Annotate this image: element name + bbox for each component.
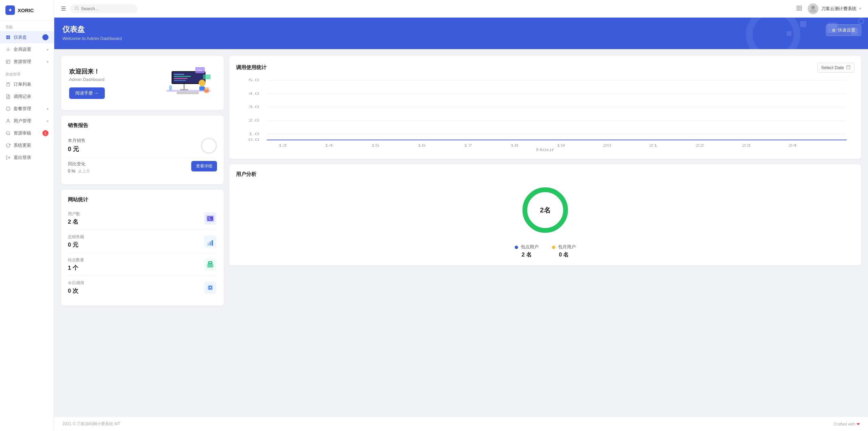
svg-text:16: 16: [417, 143, 426, 147]
legend-dot-baoyue: [552, 246, 555, 249]
sidebar-item-order-list[interactable]: 订单列表: [0, 78, 54, 90]
monthly-value: 0 元: [68, 145, 85, 153]
svg-rect-31: [174, 80, 186, 81]
gear-icon: ⚙: [832, 28, 836, 33]
svg-rect-14: [800, 6, 802, 7]
user-menu[interactable]: 刀客云测计费系统 ▾: [808, 3, 861, 14]
donut-chart: 2名: [518, 183, 572, 237]
welcome-title: 欢迎回来！: [69, 67, 161, 76]
welcome-subtitle: Admin Dashboard: [69, 77, 161, 82]
dashboard-icon: [5, 35, 11, 40]
sidebar-item-user-management[interactable]: 用户管理 ▾: [0, 115, 54, 127]
search-bar[interactable]: [70, 4, 138, 13]
read-manual-button[interactable]: 阅读手册 →: [69, 87, 105, 99]
stat-info-sites: 站点数量 1 个: [68, 257, 84, 272]
svg-rect-6: [7, 83, 9, 83]
svg-text:18: 18: [510, 143, 518, 147]
svg-rect-40: [204, 87, 209, 91]
view-detail-button[interactable]: 查看详细: [191, 161, 217, 171]
svg-point-17: [811, 6, 815, 9]
search-icon: [75, 6, 79, 12]
svg-rect-29: [174, 76, 191, 77]
sidebar-item-logout[interactable]: 退出登录: [0, 151, 54, 164]
svg-rect-28: [174, 74, 184, 75]
header-right: 刀客云测计费系统 ▾: [796, 3, 861, 14]
stat-value-calls: 0 次: [68, 287, 84, 295]
svg-text:1.0: 1.0: [249, 132, 259, 136]
left-column: 欢迎回来！ Admin Dashboard 阅读手册 →: [61, 56, 224, 306]
svg-rect-44: [208, 217, 213, 221]
main-content: ☰ 刀客云测计费系统 ▾ 仪表盘 Welcome: [54, 0, 868, 431]
sidebar-item-logout-label: 退出登录: [14, 155, 48, 161]
update-icon: [5, 143, 11, 148]
stat-row-calls: 今日调用 0 次: [68, 276, 217, 299]
sidebar-item-update-label: 系统更新: [14, 142, 48, 148]
date-select-label: Select Date: [821, 65, 844, 70]
svg-point-4: [7, 49, 9, 50]
svg-rect-61: [847, 65, 850, 69]
chevron-down-icon2: ▾: [47, 60, 48, 64]
chart-area: 0.0 1.0 2.0 3.0 4.0 5.0 13 14 15 16 17: [236, 77, 854, 152]
line-chart-svg: 0.0 1.0 2.0 3.0 4.0 5.0 13 14 15 16 17: [236, 77, 854, 151]
svg-rect-50: [212, 240, 213, 246]
svg-rect-55: [209, 262, 212, 263]
sales-ring-chart: [201, 138, 217, 154]
sidebar-item-package-label: 套餐管理: [14, 106, 44, 112]
svg-text:0.0: 0.0: [249, 138, 259, 142]
sidebar-item-resource-management[interactable]: 资源管理 ▾: [0, 56, 54, 68]
sidebar-item-call-records[interactable]: 调用记录: [0, 90, 54, 103]
sidebar-item-system-update[interactable]: 系统更新: [0, 139, 54, 151]
chevron-down-icon: ▾: [47, 48, 48, 52]
search-input[interactable]: [81, 6, 133, 11]
svg-rect-20: [800, 21, 806, 27]
sidebar-item-package-management[interactable]: 套餐管理 ▾: [0, 103, 54, 115]
svg-rect-37: [177, 91, 199, 94]
svg-text:14: 14: [324, 143, 333, 147]
change-label: 同比变化: [68, 161, 90, 167]
resource-icon: [5, 59, 11, 64]
hero-title: 仪表盘: [62, 24, 860, 35]
api-chart-card: 调用使用统计 Select Date: [229, 56, 861, 159]
user-analysis-title: 用户分析: [236, 171, 854, 178]
sidebar-item-resource-label: 资源管理: [14, 59, 44, 65]
svg-text:21: 21: [649, 143, 658, 147]
stat-info-users: 用户数 2 名: [68, 211, 80, 226]
svg-rect-36: [199, 86, 205, 90]
svg-rect-38: [169, 85, 172, 90]
svg-rect-0: [6, 36, 8, 37]
sidebar-item-resource-audit[interactable]: 资源审核 1: [0, 127, 54, 139]
legend-name-baodian: 包点用户: [515, 244, 538, 250]
sales-card: 销售报告 本月销售 0 元 同比变化 0 % 从上月: [61, 116, 224, 184]
stat-row-users: 用户数 2 名: [68, 207, 217, 230]
user-analysis-card: 用户分析 2名: [229, 164, 861, 265]
svg-point-12: [75, 6, 78, 9]
svg-rect-21: [787, 31, 791, 36]
quick-settings-button[interactable]: ⚙ 快速设置: [826, 24, 861, 36]
legend-count-baoyue: 0 名: [552, 251, 576, 259]
stat-value-users: 2 名: [68, 218, 80, 226]
right-column: 调用使用统计 Select Date: [229, 56, 861, 265]
date-select[interactable]: Select Date: [817, 63, 854, 73]
menu-toggle-icon[interactable]: ☰: [61, 5, 66, 12]
svg-text:4.0: 4.0: [249, 91, 259, 96]
svg-text:13: 13: [278, 143, 287, 147]
svg-point-10: [6, 131, 9, 135]
svg-rect-15: [797, 8, 798, 10]
svg-text:3.0: 3.0: [249, 105, 259, 109]
nav-section-1: 导航: [0, 21, 54, 31]
sidebar-item-global-settings[interactable]: 全局设置 ▾: [0, 43, 54, 56]
hero-subtitle: Welcome to Admin Dashboard: [62, 36, 860, 41]
user-icon: [5, 118, 11, 124]
svg-text:22: 22: [695, 143, 704, 147]
heart-icon: ❤: [856, 422, 860, 427]
legend-item-baodian: 包点用户 2 名: [515, 244, 538, 259]
legend-dot-baodian: [515, 246, 518, 249]
svg-text:24: 24: [788, 143, 797, 147]
layout-settings-icon[interactable]: [796, 5, 802, 13]
svg-rect-25: [180, 89, 188, 90]
svg-text:17: 17: [463, 143, 472, 147]
svg-rect-49: [210, 242, 211, 246]
svg-point-35: [199, 80, 205, 86]
stat-value-sites: 1 个: [68, 264, 84, 272]
sidebar-item-dashboard[interactable]: 仪表盘: [0, 31, 54, 43]
